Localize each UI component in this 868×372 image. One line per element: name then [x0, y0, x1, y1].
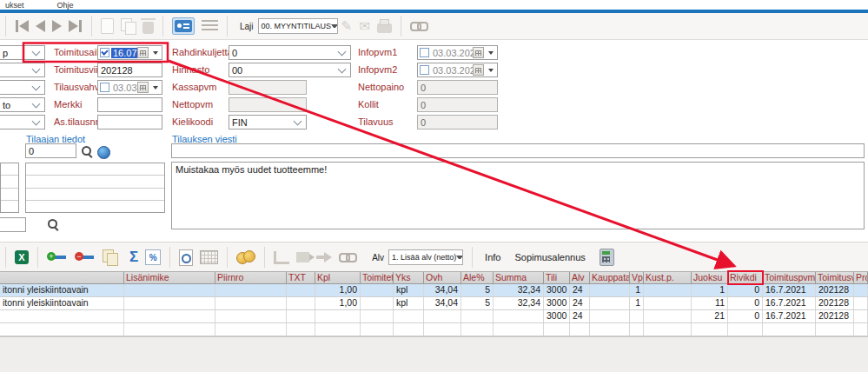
transfer-rows-button[interactable] — [316, 252, 332, 262]
globe-icon[interactable] — [97, 146, 110, 159]
column-header-vp[interactable]: Vp — [630, 272, 644, 283]
menu-item-ohje[interactable]: Ohje — [57, 1, 74, 10]
column-header-toimitettu[interactable]: Toimitettu — [361, 272, 394, 283]
field-infopvm1[interactable]: 03.03.2021 — [417, 45, 498, 60]
sum-button[interactable] — [129, 249, 138, 266]
link-rows-button[interactable] — [339, 252, 356, 262]
list-view-button[interactable] — [202, 20, 218, 33]
dropdown-arrow-icon[interactable] — [488, 69, 494, 72]
checkbox[interactable] — [100, 48, 109, 57]
left-clipped-dropdown[interactable] — [0, 63, 45, 77]
field-tilavuus[interactable]: 0 — [417, 115, 498, 130]
field-rahdinkuljettaja[interactable]: 0 — [229, 45, 351, 60]
grid-view-button[interactable] — [200, 250, 218, 264]
link-button[interactable] — [410, 21, 427, 31]
date-value[interactable]: 03.03.2021 — [431, 48, 473, 58]
table-row[interactable]: 30002421016.7.2021202128 — [0, 310, 868, 323]
copy-rows-button[interactable] — [103, 249, 117, 265]
column-header-lis-nimike[interactable]: Lisänimike — [124, 272, 215, 283]
date-value[interactable]: 03.03.2021 — [111, 83, 137, 93]
column-header-kpl[interactable]: Kpl — [315, 272, 361, 283]
field-merkki[interactable] — [97, 97, 162, 112]
date-value[interactable]: 03.03.2021 — [431, 65, 473, 76]
checkbox[interactable] — [420, 48, 429, 57]
order-message-subject-input[interactable] — [171, 143, 865, 158]
import-rows-button[interactable] — [296, 252, 309, 262]
delete-row-button[interactable] — [75, 250, 96, 264]
address-row[interactable] — [26, 189, 164, 201]
first-record-button[interactable] — [15, 20, 29, 32]
column-header-yks[interactable]: Yks — [394, 272, 424, 283]
checkbox[interactable] — [420, 65, 429, 75]
preview-button[interactable] — [179, 249, 193, 266]
column-header-tili[interactable]: Tili — [544, 272, 570, 283]
column-header-juoksu[interactable]: Juoksu — [692, 272, 728, 283]
table-row[interactable]: itonni yleiskiintoavain1,00kpl34,04532,3… — [0, 297, 868, 310]
field-nettopvm[interactable] — [229, 97, 307, 112]
last-record-button[interactable] — [69, 20, 83, 32]
field-toimitusaika[interactable]: 16.07.2021 — [97, 45, 162, 60]
search-icon[interactable] — [81, 145, 94, 158]
order-message-textarea[interactable]: Muistakaa myös uudet tuotteemme! — [171, 162, 865, 229]
column-header-kauppatapa[interactable]: Kauppatapa — [590, 272, 630, 283]
calendar-icon[interactable] — [137, 47, 149, 58]
copy-record-button[interactable] — [121, 18, 136, 34]
calendar-icon[interactable] — [473, 64, 484, 76]
field-kollit[interactable]: 0 — [417, 97, 498, 112]
field-kassapvm[interactable] — [229, 80, 307, 95]
alv-dropdown[interactable]: 1. Lisää alv (netto) — [388, 249, 463, 265]
table-row[interactable]: itonni yleiskiintoavain1,00kpl34,04532,3… — [0, 284, 868, 297]
export-excel-button[interactable] — [15, 250, 29, 264]
checkbox[interactable] — [100, 83, 109, 92]
calendar-icon[interactable] — [137, 82, 149, 93]
column-header-piirnro[interactable]: Piirnro — [215, 272, 287, 283]
calculator-button[interactable] — [600, 249, 614, 266]
column-header-ale[interactable]: Ale% — [461, 272, 494, 283]
field-as-tilausnr[interactable] — [97, 115, 162, 130]
add-row-button[interactable] — [47, 250, 68, 264]
field-tilausvahvistus[interactable]: 03.03.2021 — [97, 80, 162, 95]
customer-number-input[interactable]: 0 — [25, 143, 76, 158]
field-toimitusviikko[interactable]: 202128 — [97, 63, 162, 77]
field-infopvm2[interactable]: 03.03.2021 — [417, 63, 498, 77]
calendar-icon[interactable] — [473, 47, 484, 58]
left-clipped-dropdown[interactable]: to — [0, 97, 45, 112]
address-row[interactable] — [26, 163, 164, 176]
move-row-button[interactable] — [274, 251, 289, 264]
next-record-button[interactable] — [52, 20, 62, 32]
left-clipped-dropdown[interactable] — [0, 115, 45, 130]
delete-record-button[interactable] — [142, 18, 154, 34]
field-kielikoodi[interactable]: FIN — [229, 115, 307, 130]
address-row[interactable] — [26, 201, 164, 212]
percent-button[interactable] — [145, 249, 161, 265]
column-header-toimituspvm[interactable]: Toimituspvm — [763, 272, 816, 283]
card-view-button[interactable] — [172, 17, 195, 35]
previous-record-button[interactable] — [36, 20, 45, 32]
left-clipped-dropdown[interactable] — [0, 80, 45, 95]
print-button[interactable] — [377, 19, 392, 33]
field-hinnasto[interactable]: 00 — [229, 63, 351, 77]
customer-address-box[interactable] — [25, 163, 165, 213]
date-value[interactable]: 16.07.2021 — [111, 48, 137, 58]
edit-button[interactable] — [341, 18, 353, 34]
field-nettopaino[interactable]: 0 — [417, 80, 498, 95]
dropdown-arrow-icon[interactable] — [153, 51, 158, 55]
address-row[interactable] — [26, 176, 164, 188]
left-clipped-search-input[interactable] — [0, 217, 26, 232]
table-row[interactable] — [0, 323, 868, 336]
mail-button[interactable] — [359, 18, 370, 34]
prices-button[interactable] — [236, 250, 255, 264]
column-header-projekti[interactable]: Projekti — [854, 272, 868, 283]
new-record-button[interactable] — [101, 18, 114, 34]
info-button[interactable]: Info — [478, 249, 507, 265]
column-header-kust-p[interactable]: Kust.p. — [644, 272, 692, 283]
column-header-ovh[interactable]: Ovh — [424, 272, 461, 283]
column-header-rivikdi[interactable]: Rivikdi — [728, 272, 763, 283]
menu-item-asetukset[interactable]: ukset — [5, 1, 24, 10]
column-header-summa[interactable]: Summa — [494, 272, 544, 283]
column-header-alv[interactable]: Alv — [570, 272, 590, 283]
dropdown-arrow-icon[interactable] — [153, 86, 158, 90]
laji-dropdown[interactable]: 00. MYYNTITILAUS — [258, 18, 338, 34]
sopimusalennus-button[interactable]: Sopimusalennus — [507, 249, 592, 265]
dropdown-arrow-icon[interactable] — [488, 51, 494, 55]
